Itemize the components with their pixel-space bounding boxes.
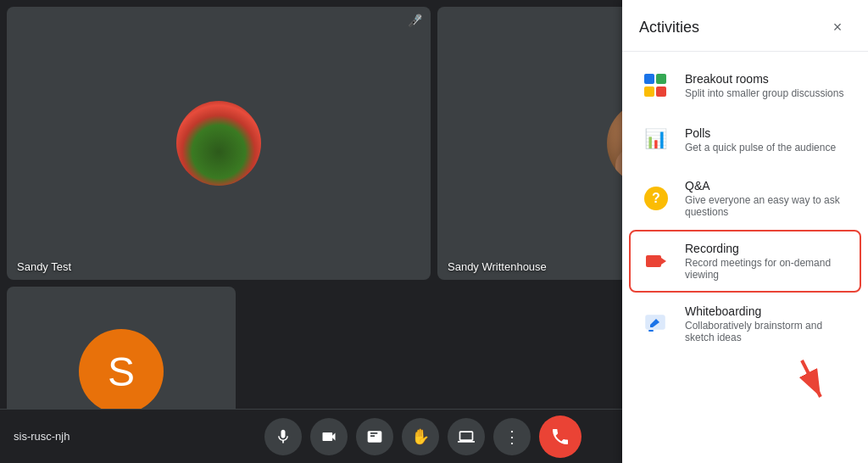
activity-item-recording[interactable]: Recording Record meetings for on-demand …	[629, 230, 861, 293]
panel-header: Activities ×	[622, 0, 868, 52]
microphone-button[interactable]	[264, 418, 302, 455]
camera-icon	[320, 428, 337, 445]
polls-title: Polls	[685, 126, 836, 140]
activities-panel: Activities × Breakout rooms Split into s…	[622, 0, 868, 463]
qa-icon: ?	[641, 183, 671, 214]
svg-rect-0	[646, 255, 661, 267]
app-container: 🎤̸ Sandy Test 🎤̸ Sandy Writtenhouse S Yo…	[0, 0, 868, 463]
raise-hand-button[interactable]: ✋	[402, 418, 439, 455]
captions-button[interactable]	[356, 418, 393, 455]
end-call-button[interactable]	[539, 416, 581, 458]
more-options-button[interactable]: ⋮	[493, 418, 531, 455]
breakout-title: Breakout rooms	[685, 72, 843, 86]
qa-subtitle: Give everyone an easy way to ask questio…	[685, 194, 849, 218]
polls-subtitle: Get a quick pulse of the audience	[685, 142, 836, 153]
recording-title: Recording	[685, 242, 849, 255]
activity-item-qa[interactable]: ? Q&A Give everyone an easy way to ask q…	[622, 167, 868, 230]
activities-list: Breakout rooms Split into smaller group …	[622, 52, 868, 463]
activity-text-whiteboard: Whiteboarding Collaboratively brainstorm…	[685, 304, 849, 343]
qa-title: Q&A	[685, 179, 849, 192]
avatar-self: S	[79, 329, 164, 414]
recording-subtitle: Record meetings for on-demand viewing	[685, 257, 849, 281]
present-icon	[458, 428, 475, 445]
meeting-code: sis-rusc-njh	[14, 430, 70, 443]
present-button[interactable]	[448, 418, 485, 455]
recording-icon	[641, 246, 671, 276]
svg-marker-1	[661, 258, 666, 265]
captions-icon	[366, 428, 383, 445]
activity-text-breakout: Breakout rooms Split into smaller group …	[685, 72, 843, 99]
avatar-sandy-test	[176, 101, 261, 186]
activity-text-polls: Polls Get a quick pulse of the audience	[685, 126, 836, 153]
activity-text-recording: Recording Record meetings for on-demand …	[685, 242, 849, 281]
activity-item-whiteboard[interactable]: Whiteboarding Collaboratively brainstorm…	[622, 293, 868, 355]
whiteboard-title: Whiteboarding	[685, 304, 849, 318]
whiteboard-subtitle: Collaboratively brainstorm and sketch id…	[685, 320, 849, 343]
activity-text-qa: Q&A Give everyone an easy way to ask que…	[685, 179, 849, 218]
video-tile-sandy-test: 🎤̸ Sandy Test	[7, 7, 431, 280]
mute-icon-sandy-test: 🎤̸	[408, 14, 422, 27]
whiteboard-icon	[641, 309, 671, 339]
camera-button[interactable]	[310, 418, 348, 455]
panel-title: Activities	[639, 19, 699, 36]
activity-item-polls[interactable]: Polls Get a quick pulse of the audience	[622, 113, 868, 167]
breakout-icon	[641, 70, 671, 101]
breakout-subtitle: Split into smaller group discussions	[685, 87, 843, 99]
participant-name-sandy-writtenhouse: Sandy Writtenhouse	[448, 260, 547, 273]
activity-item-breakout[interactable]: Breakout rooms Split into smaller group …	[622, 59, 868, 113]
participant-name-sandy-test: Sandy Test	[17, 260, 71, 273]
close-panel-button[interactable]: ×	[824, 14, 851, 41]
end-call-icon	[550, 427, 570, 447]
polls-icon	[641, 125, 671, 155]
microphone-icon	[275, 428, 292, 445]
